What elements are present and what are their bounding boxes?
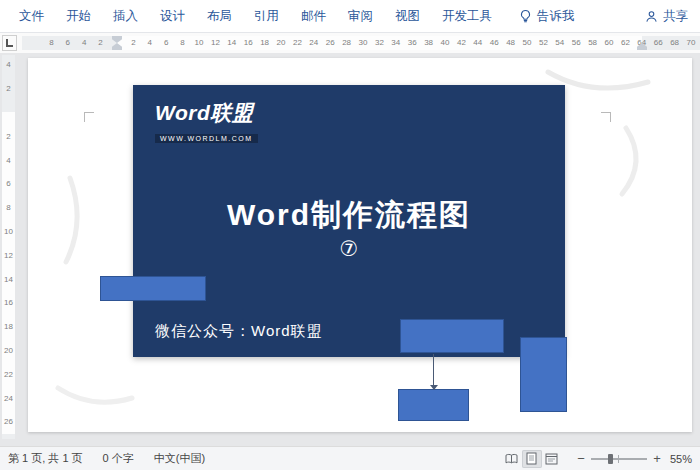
- ribbon-tab-5[interactable]: 布局: [196, 0, 243, 32]
- h-ruler-number: 40: [441, 36, 450, 50]
- v-ruler-number: 2: [2, 84, 15, 93]
- flowchart-connector[interactable]: [433, 354, 434, 385]
- h-ruler-number: 46: [490, 36, 499, 50]
- ribbon-tab-2[interactable]: 开始: [55, 0, 102, 32]
- person-icon: [645, 10, 658, 23]
- print-layout-button[interactable]: [522, 450, 542, 468]
- ribbon-tab-3[interactable]: 插入: [102, 0, 149, 32]
- ribbon-tab-bar: 文件开始插入设计布局引用邮件审阅视图开发工具 告诉我 共享: [0, 0, 700, 33]
- h-ruler-number: 10: [195, 36, 204, 50]
- h-ruler-number: 52: [539, 36, 548, 50]
- horizontal-ruler-row: 8642246810121416182022242628303234363840…: [0, 33, 700, 53]
- v-ruler-number: 4: [2, 60, 15, 69]
- zoom-slider[interactable]: [591, 453, 647, 465]
- read-mode-icon: [505, 453, 518, 465]
- h-ruler-number: 56: [572, 36, 581, 50]
- h-ruler-number: 8: [180, 36, 184, 50]
- v-ruler-number: 4: [2, 155, 15, 164]
- logo-text: Word联盟: [155, 99, 258, 127]
- h-ruler-number: 4: [82, 36, 86, 50]
- zoom-slider-center-tick: [618, 455, 619, 463]
- h-ruler-number: 14: [227, 36, 236, 50]
- flowchart-shape-4[interactable]: [520, 337, 567, 412]
- ribbon-tab-9[interactable]: 视图: [384, 0, 431, 32]
- web-layout-icon: [545, 453, 558, 465]
- zoom-control: − + 55%: [574, 452, 692, 466]
- ribbon-tabs: 文件开始插入设计布局引用邮件审阅视图开发工具: [8, 0, 503, 32]
- tab-stop-selector[interactable]: [2, 35, 17, 51]
- h-ruler-number: 24: [309, 36, 318, 50]
- page-indicator[interactable]: 第 1 页, 共 1 页: [8, 451, 83, 466]
- h-ruler-number: 6: [66, 36, 70, 50]
- ribbon-tab-10[interactable]: 开发工具: [431, 0, 503, 32]
- v-ruler-number: 6: [2, 179, 15, 188]
- h-ruler-number: 34: [391, 36, 400, 50]
- flowchart-shape-2[interactable]: [400, 319, 504, 353]
- h-ruler-number: 4: [148, 36, 152, 50]
- v-ruler-number: 16: [2, 298, 15, 307]
- zoom-slider-thumb[interactable]: [608, 454, 613, 464]
- logo: Word联盟 www.wordlm.com: [155, 99, 258, 145]
- flowchart-shape-3[interactable]: [398, 389, 469, 421]
- ribbon-tab-4[interactable]: 设计: [149, 0, 196, 32]
- word-count[interactable]: 0 个字: [103, 451, 134, 466]
- vertical-ruler[interactable]: 422468101214161820222426: [2, 55, 15, 439]
- h-ruler-number: 42: [457, 36, 466, 50]
- card-number: ⑦: [133, 237, 565, 261]
- h-ruler-number: 36: [408, 36, 417, 50]
- v-ruler-number: 20: [2, 346, 15, 355]
- margin-corner-mark: [84, 112, 94, 122]
- h-ruler-number: 44: [473, 36, 482, 50]
- ribbon-tab-6[interactable]: 引用: [243, 0, 290, 32]
- card-title: Word制作流程图: [133, 195, 565, 236]
- lightbulb-icon: [519, 9, 532, 23]
- v-ruler-number: 24: [2, 393, 15, 402]
- h-ruler-number: 2: [131, 36, 135, 50]
- h-ruler-number: 16: [244, 36, 253, 50]
- zoom-in-button[interactable]: +: [650, 452, 664, 466]
- h-ruler-number: 58: [588, 36, 597, 50]
- word-window: 文件开始插入设计布局引用邮件审阅视图开发工具 告诉我 共享: [0, 0, 700, 470]
- v-ruler-number: 2: [2, 131, 15, 140]
- h-ruler-number: 60: [605, 36, 614, 50]
- v-ruler-number: 12: [2, 250, 15, 259]
- document-area: 422468101214161820222426 Word联盟 www.word…: [0, 53, 700, 446]
- flowchart-arrowhead: [430, 385, 438, 390]
- h-ruler-number: 70: [687, 36, 696, 50]
- page-canvas[interactable]: Word联盟 www.wordlm.com Word制作流程图 ⑦ 微信公众号：…: [28, 58, 692, 432]
- ribbon-tab-7[interactable]: 邮件: [290, 0, 337, 32]
- margin-corner-mark: [601, 112, 611, 122]
- v-ruler-number: 22: [2, 369, 15, 378]
- h-ruler-number: 50: [523, 36, 532, 50]
- ribbon-tab-8[interactable]: 审阅: [337, 0, 384, 32]
- h-ruler-number: 48: [506, 36, 515, 50]
- cover-card[interactable]: Word联盟 www.wordlm.com Word制作流程图 ⑦ 微信公众号：…: [133, 85, 565, 357]
- tell-me-button[interactable]: 告诉我: [519, 8, 575, 25]
- web-layout-button[interactable]: [542, 450, 562, 468]
- h-ruler-number: 18: [260, 36, 269, 50]
- ribbon-tab-1[interactable]: 文件: [8, 0, 55, 32]
- share-button[interactable]: 共享: [645, 8, 692, 25]
- horizontal-ruler[interactable]: 8642246810121416182022242628303234363840…: [22, 36, 700, 50]
- v-ruler-number: 10: [2, 227, 15, 236]
- h-ruler-number: 8: [49, 36, 53, 50]
- h-ruler-number: 30: [359, 36, 368, 50]
- zoom-out-button[interactable]: −: [574, 452, 588, 466]
- h-ruler-number: 38: [424, 36, 433, 50]
- tell-me-label: 告诉我: [537, 8, 575, 25]
- zoom-percentage[interactable]: 55%: [670, 453, 692, 465]
- v-ruler-number: 8: [2, 203, 15, 212]
- read-mode-button[interactable]: [502, 450, 522, 468]
- h-ruler-number: 28: [342, 36, 351, 50]
- print-layout-icon: [526, 452, 537, 465]
- h-ruler-number: 20: [277, 36, 286, 50]
- zoom-slider-track: [591, 458, 647, 460]
- h-ruler-number: 22: [293, 36, 302, 50]
- h-ruler-number: 2: [98, 36, 102, 50]
- h-ruler-number: 26: [326, 36, 335, 50]
- language-indicator[interactable]: 中文(中国): [154, 451, 205, 466]
- h-ruler-number: 54: [555, 36, 564, 50]
- tab-stop-icon: [6, 39, 13, 47]
- h-ruler-number: 66: [654, 36, 663, 50]
- flowchart-shape-1[interactable]: [100, 276, 206, 301]
